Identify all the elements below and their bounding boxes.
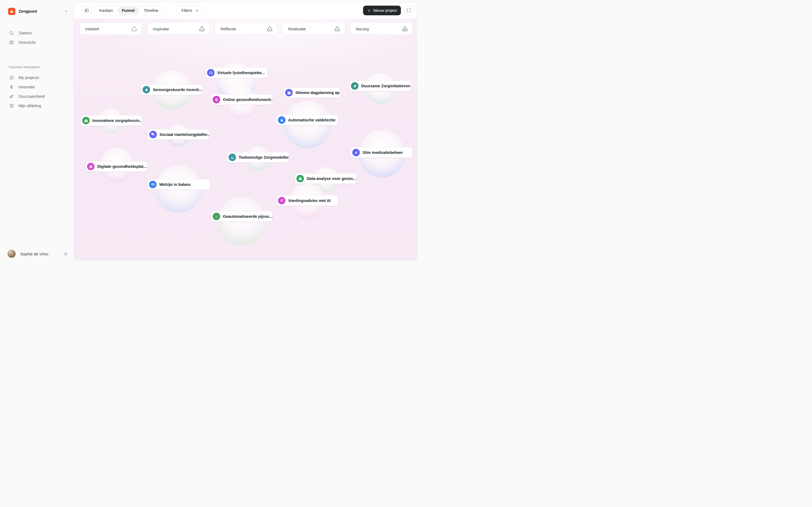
project-card-virtuele-fysiotherapiebe[interactable]: Virtuele fysiotherapiebe... bbox=[206, 68, 268, 78]
project-card-label: Welzijn in balans bbox=[159, 182, 191, 187]
user-row[interactable]: Sophie de Vries bbox=[7, 249, 68, 258]
project-card-online-gezondheidsmonit[interactable]: Online gezondheidsmonit... bbox=[211, 95, 273, 105]
project-card-label: Automatische valdetectie bbox=[288, 118, 335, 122]
project-card-label: Slim medicatiebeheer bbox=[362, 150, 403, 155]
pill-icon bbox=[352, 149, 360, 156]
project-card-label: Geautomatiseerde pijnsc... bbox=[223, 214, 273, 219]
sidebar-item-innovatie[interactable]: Innovatie bbox=[0, 82, 73, 92]
column-header-reflectie: Reflectie2 bbox=[215, 23, 277, 35]
column-badge-triangle-icon bbox=[131, 25, 138, 32]
sidebar-item-mijn-afdeling[interactable]: Mijn afdeling bbox=[0, 101, 73, 110]
column-badge-triangle-icon: 1 bbox=[198, 25, 206, 32]
column-label: Reflectie bbox=[221, 26, 236, 31]
column-header-realisatie: Realisatie3 bbox=[283, 23, 345, 35]
sidebar-item-label: My projects bbox=[18, 75, 39, 80]
workspace-name: Zorgpunt bbox=[18, 9, 61, 14]
column-label: Inspiratie bbox=[153, 26, 169, 31]
column-header-initiatief: Initiatief bbox=[80, 23, 142, 35]
medical-bag-icon bbox=[82, 117, 90, 124]
fullscreen-button[interactable] bbox=[404, 6, 413, 15]
workspace-switcher[interactable]: Zorgpunt bbox=[8, 7, 68, 15]
headphones-icon bbox=[207, 69, 215, 76]
sidebar-toggle-button[interactable] bbox=[82, 6, 91, 15]
toolbar-divider bbox=[170, 7, 171, 14]
sidebar-item-label: Mijn afdeling bbox=[18, 103, 41, 108]
filters-label: Filters bbox=[181, 8, 192, 13]
column-label: Initiatief bbox=[85, 26, 99, 31]
project-card-slimme-dagplanning-app[interactable]: Slimme dagplanning app bbox=[284, 88, 340, 98]
siren-icon bbox=[278, 116, 285, 124]
project-card-label: Voedingsadvies met AI bbox=[288, 199, 331, 203]
project-card-label: Online gezondheidsmonit... bbox=[223, 98, 273, 102]
leaf-outline-icon bbox=[9, 94, 14, 99]
sidebar-item-duurzaamheid[interactable]: Duurzaamheid bbox=[0, 92, 73, 101]
sidebar-item-my-projects[interactable]: My projects bbox=[0, 73, 73, 82]
project-card-geautomatiseerde-pijnsc[interactable]: Geautomatiseerde pijnsc... bbox=[211, 211, 273, 222]
project-card-innovatieve-zorgoplossin[interactable]: Innovatieve zorgoplossin... bbox=[81, 115, 142, 126]
sidebar-item-label: Overzicht bbox=[18, 40, 36, 45]
frown-icon bbox=[213, 213, 220, 220]
column-header-nazorg: Nazorg bbox=[350, 23, 412, 35]
zorgpunt-logo bbox=[8, 8, 15, 15]
project-card-label: Digitale gezondheidsplat... bbox=[97, 164, 147, 169]
funnel-canvas[interactable]: InitiatiefInspiratie1Reflectie2Realisati… bbox=[74, 18, 417, 260]
avatar bbox=[7, 250, 15, 258]
globe-icon bbox=[213, 96, 220, 103]
leaf-icon bbox=[351, 82, 358, 90]
project-card-label: Virtuele fysiotherapiebe... bbox=[217, 71, 265, 75]
pie-chart-icon bbox=[296, 175, 304, 182]
project-card-duurzame-zorginitiatieven[interactable]: Duurzame Zorginitiatieven bbox=[350, 81, 411, 91]
map-icon bbox=[9, 40, 14, 45]
utensils-icon bbox=[278, 197, 285, 204]
plus-icon bbox=[367, 9, 371, 13]
project-card-sociaal-mantelzorgplatfor[interactable]: Sociaal mantelzorgplatfor... bbox=[148, 129, 210, 139]
project-card-sensorgestuurde-inconti[interactable]: Sensorgestuurde inconti... bbox=[141, 84, 203, 95]
project-card-label: Sensorgestuurde inconti... bbox=[153, 88, 202, 92]
droplet-icon bbox=[142, 86, 150, 94]
project-card-welzijn-in-balans[interactable]: Welzijn in balans bbox=[148, 179, 210, 189]
rocket-icon bbox=[9, 84, 14, 90]
sidebar-item-zoeken[interactable]: Zoeken bbox=[0, 28, 73, 38]
sidebar-nav: ZoekenOverzicht bbox=[0, 28, 73, 47]
search-icon bbox=[9, 31, 14, 36]
column-badge-triangle-icon bbox=[401, 25, 408, 32]
building-icon bbox=[9, 103, 14, 108]
project-card-label: Duurzame Zorginitiatieven bbox=[361, 84, 410, 88]
column-badge-triangle-icon: 2 bbox=[266, 25, 273, 32]
tab-kanban[interactable]: Kanban bbox=[95, 6, 117, 14]
column-badge-triangle-icon: 3 bbox=[334, 25, 341, 32]
gear-icon[interactable] bbox=[63, 251, 68, 257]
column-header-inspiratie: Inspiratie1 bbox=[148, 23, 210, 35]
tab-timeline[interactable]: Timeline bbox=[139, 6, 163, 14]
project-card-digitale-gezondheidsplat[interactable]: Digitale gezondheidsplat... bbox=[85, 161, 147, 172]
project-card-label: Slimme dagplanning app bbox=[295, 91, 340, 95]
project-card-label: Innovatieve zorgoplossin... bbox=[93, 118, 142, 123]
sidebar-item-overzicht[interactable]: Overzicht bbox=[0, 38, 73, 47]
sidebar: Zorgpunt ZoekenOverzicht Favoriete weerg… bbox=[0, 0, 73, 263]
sidebar-item-label: Zoeken bbox=[18, 31, 32, 35]
triangle-logo-icon bbox=[9, 9, 14, 14]
panel-toggle-icon bbox=[84, 8, 89, 13]
sidebar-favorites: My projectsInnovatieDuurzaamheidMijn afd… bbox=[0, 73, 73, 110]
smiley-icon bbox=[9, 75, 14, 80]
filters-button[interactable]: Filters bbox=[176, 5, 204, 15]
project-card-automatische-valdetectie[interactable]: Automatische valdetectie bbox=[277, 115, 338, 125]
main-panel: KanbanFunnelTimeline Filters Nieuw proje… bbox=[73, 2, 417, 260]
favorites-heading: Favoriete weergaven bbox=[9, 65, 40, 69]
project-card-voedingsadvies-met-ai[interactable]: Voedingsadvies met AI bbox=[277, 195, 338, 206]
project-card-toekomstige-zorgmodellen[interactable]: Toekomstige Zorgmodellen bbox=[227, 152, 289, 163]
svg-text:2: 2 bbox=[269, 28, 270, 31]
user-name: Sophie de Vries bbox=[20, 251, 59, 256]
project-card-label: Data-analyse voor gezon... bbox=[307, 176, 356, 181]
project-card-data-analyse-voor-gezon[interactable]: Data-analyse voor gezon... bbox=[295, 173, 357, 184]
scales-icon bbox=[149, 181, 157, 188]
column-label: Realisatie bbox=[288, 26, 306, 31]
column-label: Nazorg bbox=[356, 26, 369, 31]
project-card-label: Toekomstige Zorgmodellen bbox=[239, 155, 289, 160]
project-card-slim-medicatiebeheer[interactable]: Slim medicatiebeheer bbox=[351, 148, 412, 158]
new-project-label: Nieuw project bbox=[373, 8, 397, 13]
tab-funnel[interactable]: Funnel bbox=[118, 6, 139, 14]
view-switcher: KanbanFunnelTimeline bbox=[94, 5, 164, 15]
calendar-icon bbox=[285, 89, 293, 97]
new-project-button[interactable]: Nieuw project bbox=[363, 6, 401, 15]
